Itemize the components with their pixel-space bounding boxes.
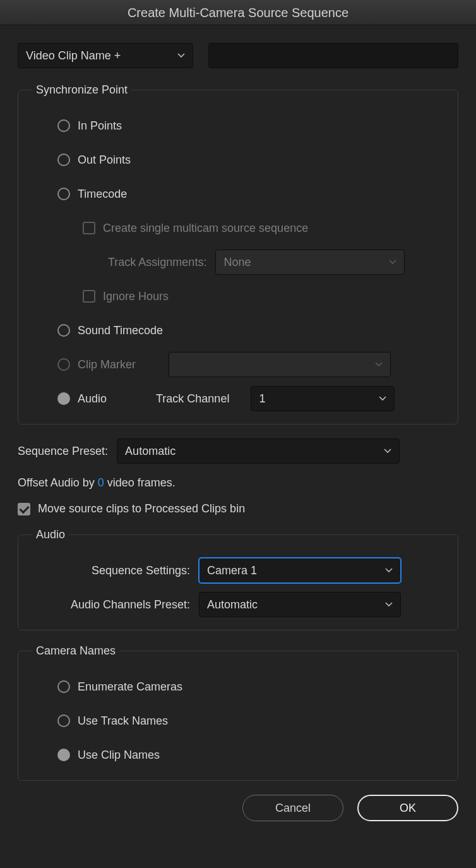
label-move-source-clips: Move source clips to Processed Clips bin xyxy=(38,502,245,515)
chevron-down-icon xyxy=(379,395,386,402)
label-audio: Audio xyxy=(78,392,147,406)
offset-value[interactable]: 0 xyxy=(98,476,104,489)
chevron-down-icon xyxy=(385,601,393,608)
label-ignore-hours: Ignore Hours xyxy=(103,290,169,303)
sequence-settings-value: Camera 1 xyxy=(207,564,257,577)
dialog-body: Video Clip Name + Synchronize Point In P… xyxy=(0,25,476,833)
label-sequence-preset: Sequence Preset: xyxy=(18,445,108,458)
cancel-button[interactable]: Cancel xyxy=(242,795,343,821)
clip-name-mode-select[interactable]: Video Clip Name + xyxy=(18,43,193,68)
checkbox-move-source-clips[interactable] xyxy=(18,503,30,515)
sequence-settings-select[interactable]: Camera 1 xyxy=(199,558,401,583)
radio-sound-timecode[interactable] xyxy=(57,324,70,337)
offset-audio-text: Offset Audio by 0 video frames. xyxy=(18,476,458,490)
clip-marker-select xyxy=(169,352,391,377)
label-create-single: Create single multicam source sequence xyxy=(103,222,308,235)
track-channel-value: 1 xyxy=(259,392,265,406)
radio-out-points[interactable] xyxy=(57,154,70,166)
chevron-down-icon xyxy=(389,258,396,266)
track-assignments-value: None xyxy=(223,256,251,269)
audio-channels-preset-value: Automatic xyxy=(207,598,258,612)
label-track-channel: Track Channel xyxy=(156,392,229,406)
track-assignments-select: None xyxy=(215,250,405,275)
label-use-clip-names: Use Clip Names xyxy=(78,749,160,762)
ok-button-label: OK xyxy=(400,802,416,815)
radio-use-track-names[interactable] xyxy=(57,714,70,727)
label-enumerate-cameras: Enumerate Cameras xyxy=(78,680,182,694)
label-audio-channels-preset: Audio Channels Preset: xyxy=(57,598,190,612)
camera-names-group: Camera Names Enumerate Cameras Use Track… xyxy=(18,644,458,781)
checkbox-create-single xyxy=(83,222,95,234)
audio-group: Audio Sequence Settings: Camera 1 Audio … xyxy=(18,528,458,630)
radio-audio[interactable] xyxy=(57,392,70,405)
radio-clip-marker xyxy=(57,358,70,371)
label-timecode: Timecode xyxy=(78,188,127,201)
sequence-preset-select[interactable]: Automatic xyxy=(117,438,400,464)
cancel-button-label: Cancel xyxy=(275,802,311,815)
chevron-down-icon xyxy=(384,447,391,455)
clip-name-suffix-input[interactable] xyxy=(208,43,458,68)
label-use-track-names: Use Track Names xyxy=(78,714,168,728)
sequence-preset-value: Automatic xyxy=(125,445,176,458)
chevron-down-icon xyxy=(177,52,185,59)
clip-name-mode-value: Video Clip Name + xyxy=(26,49,121,63)
label-clip-marker: Clip Marker xyxy=(78,358,160,371)
offset-pre: Offset Audio by xyxy=(18,476,98,489)
radio-use-clip-names[interactable] xyxy=(57,749,70,761)
ok-button[interactable]: OK xyxy=(357,795,458,821)
chevron-down-icon xyxy=(375,361,383,368)
radio-in-points[interactable] xyxy=(57,119,70,132)
offset-post: video frames. xyxy=(104,476,176,489)
label-sound-timecode: Sound Timecode xyxy=(78,324,163,337)
label-in-points: In Points xyxy=(78,119,122,133)
label-sequence-settings: Sequence Settings: xyxy=(57,564,190,577)
synchronize-point-group: Synchronize Point In Points Out Points T… xyxy=(18,83,458,425)
label-track-assignments: Track Assignments: xyxy=(108,256,206,269)
audio-channels-preset-select[interactable]: Automatic xyxy=(199,592,401,617)
synchronize-point-legend: Synchronize Point xyxy=(32,83,131,97)
radio-timecode[interactable] xyxy=(57,188,70,200)
dialog-title: Create Multi-Camera Source Sequence xyxy=(0,0,476,25)
radio-enumerate-cameras[interactable] xyxy=(57,680,70,693)
label-out-points: Out Points xyxy=(78,154,131,167)
checkbox-ignore-hours xyxy=(83,290,95,303)
camera-names-legend: Camera Names xyxy=(32,644,119,658)
chevron-down-icon xyxy=(385,567,393,574)
track-channel-select[interactable]: 1 xyxy=(251,386,395,411)
audio-legend: Audio xyxy=(32,528,69,541)
